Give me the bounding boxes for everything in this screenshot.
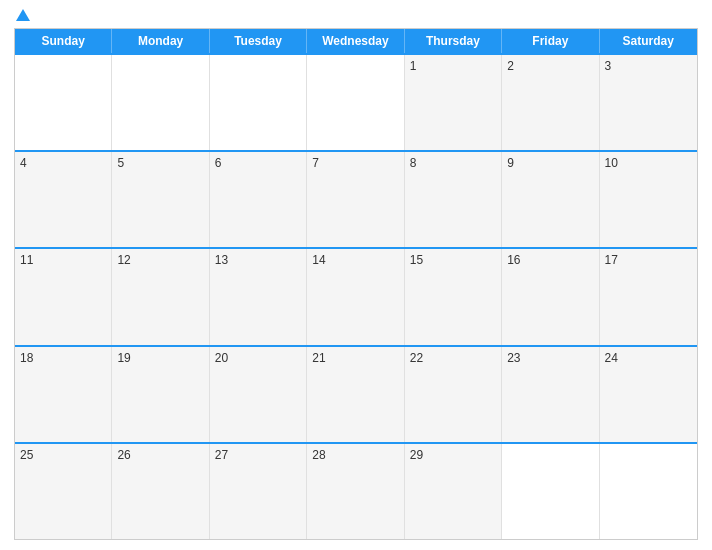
weekday-header-thursday: Thursday (405, 29, 502, 53)
day-number: 23 (507, 351, 520, 365)
calendar-cell: 12 (112, 249, 209, 344)
calendar-cell (502, 444, 599, 539)
weekday-header-tuesday: Tuesday (210, 29, 307, 53)
day-number: 22 (410, 351, 423, 365)
calendar-cell (112, 55, 209, 150)
day-number: 25 (20, 448, 33, 462)
calendar-cell: 5 (112, 152, 209, 247)
day-number: 3 (605, 59, 612, 73)
day-number: 26 (117, 448, 130, 462)
logo-triangle-icon (16, 9, 30, 21)
calendar-cell (15, 55, 112, 150)
calendar-cell: 16 (502, 249, 599, 344)
calendar-cell: 17 (600, 249, 697, 344)
day-number: 28 (312, 448, 325, 462)
day-number: 21 (312, 351, 325, 365)
calendar-week-1: 123 (15, 53, 697, 150)
day-number: 15 (410, 253, 423, 267)
calendar-cell: 3 (600, 55, 697, 150)
calendar-cell: 28 (307, 444, 404, 539)
calendar-cell: 2 (502, 55, 599, 150)
day-number: 4 (20, 156, 27, 170)
calendar-cell: 4 (15, 152, 112, 247)
calendar-cell: 7 (307, 152, 404, 247)
calendar-header: SundayMondayTuesdayWednesdayThursdayFrid… (15, 29, 697, 53)
day-number: 10 (605, 156, 618, 170)
calendar-week-4: 18192021222324 (15, 345, 697, 442)
calendar-cell: 22 (405, 347, 502, 442)
day-number: 19 (117, 351, 130, 365)
day-number: 17 (605, 253, 618, 267)
calendar-cell: 6 (210, 152, 307, 247)
calendar-cell: 20 (210, 347, 307, 442)
day-number: 24 (605, 351, 618, 365)
calendar-cell: 8 (405, 152, 502, 247)
calendar-cell (307, 55, 404, 150)
calendar-week-3: 11121314151617 (15, 247, 697, 344)
day-number: 13 (215, 253, 228, 267)
day-number: 6 (215, 156, 222, 170)
header (14, 10, 698, 22)
day-number: 29 (410, 448, 423, 462)
calendar-cell: 23 (502, 347, 599, 442)
day-number: 20 (215, 351, 228, 365)
day-number: 9 (507, 156, 514, 170)
weekday-header-monday: Monday (112, 29, 209, 53)
day-number: 27 (215, 448, 228, 462)
calendar-cell: 10 (600, 152, 697, 247)
calendar-cell: 29 (405, 444, 502, 539)
calendar-cell: 21 (307, 347, 404, 442)
calendar-page: SundayMondayTuesdayWednesdayThursdayFrid… (0, 0, 712, 550)
weekday-header-saturday: Saturday (600, 29, 697, 53)
calendar-cell: 26 (112, 444, 209, 539)
calendar-week-5: 2526272829 (15, 442, 697, 539)
weekday-header-friday: Friday (502, 29, 599, 53)
calendar-grid: SundayMondayTuesdayWednesdayThursdayFrid… (14, 28, 698, 540)
calendar-cell: 14 (307, 249, 404, 344)
day-number: 8 (410, 156, 417, 170)
calendar-cell: 27 (210, 444, 307, 539)
calendar-cell: 11 (15, 249, 112, 344)
calendar-cell: 24 (600, 347, 697, 442)
calendar-cell (600, 444, 697, 539)
weekday-header-wednesday: Wednesday (307, 29, 404, 53)
day-number: 7 (312, 156, 319, 170)
day-number: 11 (20, 253, 33, 267)
weekday-header-sunday: Sunday (15, 29, 112, 53)
calendar-cell: 19 (112, 347, 209, 442)
day-number: 16 (507, 253, 520, 267)
day-number: 18 (20, 351, 33, 365)
calendar-cell: 15 (405, 249, 502, 344)
calendar-cell (210, 55, 307, 150)
day-number: 1 (410, 59, 417, 73)
calendar-week-2: 45678910 (15, 150, 697, 247)
calendar-body: 1234567891011121314151617181920212223242… (15, 53, 697, 539)
calendar-cell: 18 (15, 347, 112, 442)
calendar-cell: 25 (15, 444, 112, 539)
calendar-cell: 13 (210, 249, 307, 344)
calendar-cell: 9 (502, 152, 599, 247)
day-number: 5 (117, 156, 124, 170)
day-number: 14 (312, 253, 325, 267)
day-number: 2 (507, 59, 514, 73)
day-number: 12 (117, 253, 130, 267)
logo (14, 10, 30, 22)
calendar-cell: 1 (405, 55, 502, 150)
